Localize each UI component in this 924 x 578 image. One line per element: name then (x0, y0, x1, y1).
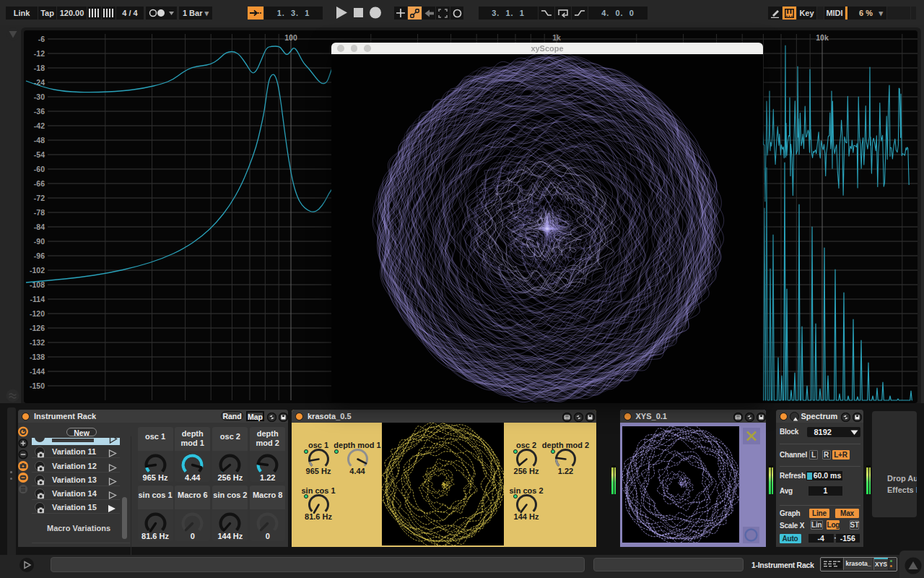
svg-text:-54: -54 (34, 150, 45, 159)
svg-text:-90: -90 (34, 237, 45, 246)
svg-text:-6: -6 (38, 35, 45, 43)
svg-text:-150: -150 (30, 381, 45, 390)
svg-text:-42: -42 (34, 121, 45, 130)
svg-text:-36: -36 (34, 107, 45, 116)
svg-text:-78: -78 (34, 208, 45, 217)
svg-text:-48: -48 (34, 136, 45, 144)
svg-text:-120: -120 (30, 309, 45, 318)
svg-text:-102: -102 (30, 266, 45, 275)
svg-text:-30: -30 (34, 92, 45, 101)
svg-text:-114: -114 (30, 295, 45, 303)
svg-text:10k: 10k (816, 33, 829, 42)
svg-text:-84: -84 (34, 223, 45, 231)
svg-text:-24: -24 (34, 78, 45, 87)
svg-text:-138: -138 (30, 353, 45, 361)
svg-text:-96: -96 (34, 251, 45, 260)
svg-text:1k: 1k (552, 33, 561, 42)
svg-text:-60: -60 (34, 165, 45, 173)
svg-text:-12: -12 (34, 49, 45, 58)
svg-text:-144: -144 (30, 367, 45, 376)
svg-text:-132: -132 (30, 338, 45, 347)
svg-text:-66: -66 (34, 179, 45, 188)
svg-text:100: 100 (284, 33, 297, 42)
svg-text:-72: -72 (34, 194, 45, 202)
svg-text:-126: -126 (30, 324, 45, 332)
svg-text:-18: -18 (34, 64, 45, 72)
